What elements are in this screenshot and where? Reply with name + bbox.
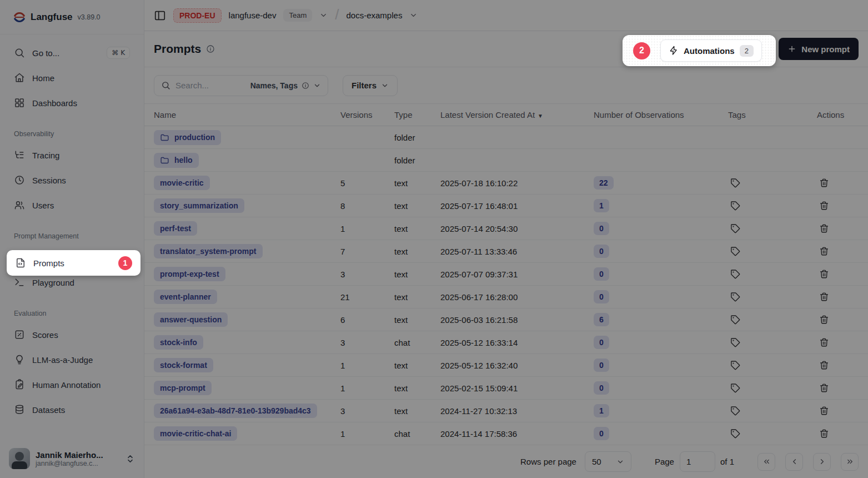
automations-button[interactable]: Automations 2	[660, 39, 762, 62]
prompt-name-pill[interactable]: answer-question	[154, 312, 228, 327]
sidebar-item-scores[interactable]: Scores	[7, 324, 137, 345]
column-header-versions[interactable]: Versions	[340, 110, 394, 120]
trash-icon	[819, 360, 829, 370]
sidebar-item-human-annotation[interactable]: Human Annotation	[7, 374, 137, 395]
delete-prompt-button[interactable]	[817, 267, 831, 281]
sidebar-nav: Go to... ⌘ K Home Dashboards Observabili…	[0, 34, 144, 424]
prompt-name-pill[interactable]: translator_system-prompt	[154, 244, 263, 258]
prompt-name-pill[interactable]: perf-test	[154, 221, 197, 236]
next-page-button[interactable]	[813, 453, 831, 471]
sidebar-item-sessions[interactable]: Sessions	[7, 170, 137, 191]
table-row[interactable]: perf-test 1 text 2025-07-14 20:54:30 0	[144, 217, 868, 240]
delete-prompt-button[interactable]	[817, 221, 831, 236]
rows-per-page-value: 50	[592, 457, 601, 466]
prompt-name-pill[interactable]: production	[154, 130, 221, 145]
sidebar-item-label: Scores	[32, 330, 58, 340]
org-role-badge: Team	[283, 9, 312, 22]
prompt-name-pill[interactable]: story_summarization	[154, 198, 244, 213]
type-cell: text	[394, 270, 440, 279]
prompt-name-pill[interactable]: hello	[154, 153, 199, 168]
prompt-name-pill[interactable]: 26a61a94-e3ab-48d7-81e0-13b929bad4c3	[154, 404, 317, 418]
tags-button[interactable]	[728, 267, 742, 281]
filters-button[interactable]: Filters	[343, 75, 398, 96]
delete-prompt-button[interactable]	[817, 335, 831, 350]
delete-prompt-button[interactable]	[817, 404, 831, 418]
tags-button[interactable]	[728, 426, 742, 441]
table-row[interactable]: stock-format 1 text 2025-05-12 16:32:40 …	[144, 354, 868, 377]
table-row[interactable]: hello folder	[144, 149, 868, 172]
tags-button[interactable]	[728, 176, 742, 190]
page-number-input[interactable]: 1	[680, 451, 715, 472]
prompt-name-pill[interactable]: movie-critic	[154, 176, 210, 190]
last-page-button[interactable]	[841, 453, 859, 471]
delete-prompt-button[interactable]	[817, 198, 831, 213]
delete-prompt-button[interactable]	[817, 426, 831, 441]
first-page-button[interactable]	[757, 453, 775, 471]
table-row[interactable]: translator_system-prompt 7 text 2025-07-…	[144, 240, 868, 263]
tags-button[interactable]	[728, 358, 742, 372]
user-name: Jannik Maierho...	[36, 450, 103, 460]
delete-prompt-button[interactable]	[817, 358, 831, 372]
tags-button[interactable]	[728, 198, 742, 213]
table-row[interactable]: production folder	[144, 126, 868, 149]
tags-button[interactable]	[728, 312, 742, 327]
created-at-cell: 2025-06-17 16:28:00	[440, 292, 594, 302]
prompt-name-pill[interactable]: movie-critic-chat-ai	[154, 426, 237, 441]
sidebar-item-dashboards[interactable]: Dashboards	[7, 92, 137, 113]
column-header-observations[interactable]: Number of Observations	[594, 110, 728, 120]
prev-page-button[interactable]	[785, 453, 803, 471]
column-header-type[interactable]: Type	[394, 110, 440, 120]
prompt-name-pill[interactable]: mcp-prompt	[154, 381, 212, 395]
info-icon[interactable]	[206, 44, 215, 53]
delete-prompt-button[interactable]	[817, 176, 831, 190]
sort-desc-icon: ▼	[538, 113, 543, 119]
search-input[interactable]: Search... Names, Tags	[154, 75, 328, 96]
tags-button[interactable]	[728, 335, 742, 350]
chevron-down-icon[interactable]	[319, 11, 328, 19]
tags-button[interactable]	[728, 404, 742, 418]
sidebar-toggle-button[interactable]	[154, 9, 166, 22]
prompt-name-pill[interactable]: stock-info	[154, 335, 203, 350]
delete-prompt-button[interactable]	[817, 381, 831, 395]
goto-search[interactable]: Go to... ⌘ K	[7, 42, 137, 63]
tags-button[interactable]	[728, 244, 742, 258]
project-selector[interactable]: docs-examples	[347, 11, 403, 20]
sidebar-item-home[interactable]: Home	[7, 67, 137, 88]
table-row[interactable]: answer-question 6 text 2025-06-03 16:21:…	[144, 308, 868, 331]
prompt-name-pill[interactable]: prompt-exp-test	[154, 267, 225, 281]
file-code-icon	[15, 257, 26, 268]
table-row[interactable]: stock-info 3 chat 2025-05-12 16:33:14 0	[144, 331, 868, 354]
sidebar-item-datasets[interactable]: Datasets	[7, 399, 137, 420]
column-header-actions: Actions	[817, 110, 859, 120]
table-row[interactable]: mcp-prompt 1 text 2025-02-15 15:09:41 0	[144, 377, 868, 400]
sidebar-item-users[interactable]: Users	[7, 195, 137, 216]
table-row[interactable]: prompt-exp-test 3 text 2025-07-07 09:37:…	[144, 263, 868, 286]
org-selector[interactable]: langfuse-dev	[229, 11, 277, 20]
chevron-down-icon[interactable]	[409, 11, 418, 19]
table-row[interactable]: story_summarization 8 text 2025-07-17 16…	[144, 195, 868, 217]
tags-button[interactable]	[728, 381, 742, 395]
search-scope-dropdown[interactable]: Names, Tags	[250, 81, 321, 90]
prompt-name-pill[interactable]: event-planner	[154, 290, 217, 304]
table-row[interactable]: movie-critic 5 text 2025-07-18 16:10:22 …	[144, 172, 868, 195]
user-menu[interactable]: Jannik Maierho... jannik@langfuse.c...	[0, 440, 144, 478]
grid-icon	[14, 97, 25, 108]
home-icon	[14, 72, 25, 83]
tags-button[interactable]	[728, 221, 742, 236]
tags-button[interactable]	[728, 290, 742, 304]
delete-prompt-button[interactable]	[817, 312, 831, 327]
delete-prompt-button[interactable]	[817, 244, 831, 258]
prompt-name-pill[interactable]: stock-format	[154, 358, 213, 372]
sidebar-item-tracing[interactable]: Tracing	[7, 145, 137, 166]
new-prompt-button[interactable]: New prompt	[779, 38, 859, 60]
column-header-name[interactable]: Name	[154, 110, 340, 120]
column-header-tags[interactable]: Tags	[728, 110, 817, 120]
column-header-created[interactable]: Latest Version Created At▼	[440, 110, 594, 120]
delete-prompt-button[interactable]	[817, 290, 831, 304]
sidebar-item-llm-judge[interactable]: LLM-as-a-Judge	[7, 349, 137, 370]
highlighted-prompts-nav-item[interactable]: Prompts 1	[7, 250, 141, 276]
table-row[interactable]: 26a61a94-e3ab-48d7-81e0-13b929bad4c3 3 t…	[144, 400, 868, 422]
rows-per-page-select[interactable]: 50	[585, 451, 631, 472]
table-row[interactable]: movie-critic-chat-ai 1 chat 2024-11-14 1…	[144, 422, 868, 445]
table-row[interactable]: event-planner 21 text 2025-06-17 16:28:0…	[144, 286, 868, 308]
